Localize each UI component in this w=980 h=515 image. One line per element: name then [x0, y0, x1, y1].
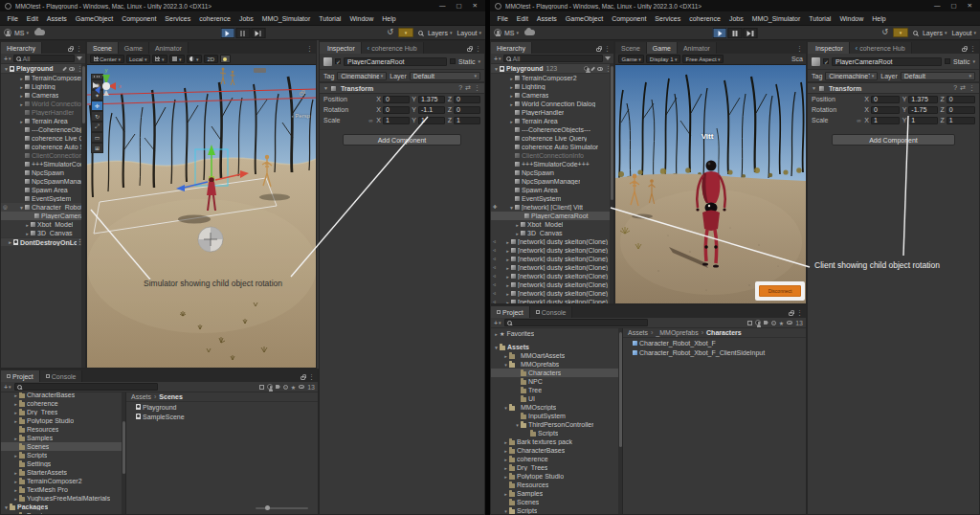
label-icon[interactable]: [276, 385, 280, 389]
menu-item[interactable]: Jobs: [724, 15, 747, 22]
expand-arrow-icon[interactable]: ▸: [12, 401, 19, 407]
expand-arrow-icon[interactable]: ▸: [24, 231, 31, 236]
panel-menu-icon[interactable]: ⋮: [308, 373, 315, 381]
hierarchy-row[interactable]: PlayerHandler: [491, 108, 613, 117]
hierarchy-row[interactable]: EventSystem: [1, 194, 85, 203]
maximize-button[interactable]: ▢: [950, 2, 956, 10]
folder-row[interactable]: ▸ _MMOartAssets: [491, 351, 622, 360]
create-asset-button[interactable]: +▾: [494, 320, 501, 326]
menu-item[interactable]: Help: [378, 15, 400, 22]
hierarchy-row[interactable]: coherence Live Query: [1, 134, 85, 143]
static-checkbox[interactable]: [450, 58, 456, 64]
account-dropdown[interactable]: MS▾: [14, 30, 29, 36]
menu-item[interactable]: Tutorial: [805, 15, 835, 22]
expand-arrow-icon[interactable]: ▼: [18, 205, 25, 211]
edit-icon[interactable]: [590, 66, 595, 71]
hierarchy-row[interactable]: NpcSpawnManager: [1, 177, 85, 186]
hierarchy-row[interactable]: ▸ Cameras: [491, 91, 613, 100]
expand-arrow-icon[interactable]: ▸: [508, 84, 515, 90]
undo-history-icon[interactable]: ↺: [881, 29, 888, 36]
expand-arrow-icon[interactable]: ▸: [12, 470, 19, 476]
expand-arrow-icon[interactable]: ▸: [508, 101, 515, 107]
expand-arrow-icon[interactable]: ▸: [502, 491, 509, 497]
hierarchy-row[interactable]: ClientConnectionInfo: [491, 151, 613, 160]
hierarchy-row[interactable]: NpcSpawnManager: [491, 177, 613, 186]
presets-icon[interactable]: ⇄: [465, 84, 471, 92]
lighting-toggle-button[interactable]: [220, 55, 231, 63]
asset-item[interactable]: Character_Robot_Xbot_F: [623, 338, 806, 347]
hierarchy-row[interactable]: coherence Live Query: [491, 134, 613, 143]
transform-tool-button[interactable]: ⊞: [91, 143, 103, 153]
folder-row[interactable]: ▸ StarterAssets: [1, 468, 125, 477]
component-menu-icon[interactable]: ⋮: [474, 84, 480, 92]
panel-menu-icon[interactable]: ⋮: [604, 45, 611, 53]
add-component-button[interactable]: Add Component: [832, 134, 955, 146]
scrollbar[interactable]: [81, 64, 85, 368]
expand-arrow-icon[interactable]: ▸: [7, 239, 13, 245]
expand-arrow-icon[interactable]: ▾: [3, 504, 10, 510]
hierarchy-row[interactable]: ▸ Terrain Area: [491, 117, 613, 125]
search-icon[interactable]: [418, 31, 423, 35]
expand-arrow-icon[interactable]: ▸: [12, 496, 19, 502]
play-button[interactable]: [713, 28, 727, 38]
hierarchy-row[interactable]: ▸ Lighting: [491, 82, 613, 91]
menu-item[interactable]: Services: [651, 15, 685, 22]
menu-item[interactable]: Edit: [22, 15, 42, 22]
hierarchy-row[interactable]: +++SimulatorCode+++: [1, 160, 85, 168]
close-button[interactable]: ✕: [473, 2, 478, 10]
expand-arrow-icon[interactable]: ▸: [18, 76, 25, 81]
position-x-field[interactable]: 0: [383, 96, 410, 103]
object-name-field[interactable]: PlayerCameraRoot: [344, 57, 447, 66]
scale-y-field[interactable]: 1: [418, 117, 445, 124]
hierarchy-row[interactable]: ▸ Cameras: [1, 91, 85, 100]
visibility-icon[interactable]: [597, 67, 603, 71]
scene-viewport[interactable]: ◉ ✦ ✛ ↻ ⤢ ▭ ⊞ y x: [87, 65, 316, 368]
folder-row[interactable]: ▾ Scripts: [491, 506, 622, 514]
menu-item[interactable]: Tutorial: [315, 15, 345, 22]
scrollbar[interactable]: [610, 64, 613, 303]
menu-item[interactable]: File: [3, 15, 22, 22]
version-control-icon[interactable]: ▾: [398, 28, 413, 37]
inspector-tab[interactable]: ‹coherence Hub: [850, 42, 912, 54]
panel-menu-icon[interactable]: ⋮: [76, 45, 82, 53]
create-asset-button[interactable]: +▾: [4, 384, 11, 391]
expand-arrow-icon[interactable]: ▸: [504, 265, 511, 271]
hierarchy-row[interactable]: ▸ Lighting: [1, 82, 85, 91]
expand-arrow-icon[interactable]: ▸: [12, 392, 19, 398]
search-by-type-icon[interactable]: [747, 321, 752, 325]
expand-arrow-icon[interactable]: ▸: [12, 436, 19, 441]
breadcrumb-item[interactable]: Assets: [131, 393, 151, 400]
hierarchy-row[interactable]: coherence Auto Simulator: [1, 143, 85, 151]
expand-arrow-icon[interactable]: ▸: [18, 84, 25, 90]
hierarchy-row[interactable]: ▸ 3D_Canvas: [491, 229, 613, 237]
folder-row[interactable]: Scenes: [491, 498, 622, 506]
folder-row[interactable]: Settings: [1, 459, 125, 468]
project-tab[interactable]: Console: [40, 370, 83, 382]
folder-row[interactable]: ▸ YughuesFreeMetalMaterials: [1, 494, 125, 503]
menu-item[interactable]: Component: [118, 15, 161, 22]
hierarchy-row[interactable]: ---CoherenceObjects---: [1, 125, 85, 134]
expand-arrow-icon[interactable]: ▸: [508, 93, 515, 99]
view-tab[interactable]: Animator: [149, 42, 189, 54]
folder-row[interactable]: ▸ Polytope Studio: [491, 472, 622, 481]
scale-y-field[interactable]: 1: [908, 117, 937, 124]
layer-dropdown[interactable]: Default▾: [901, 72, 975, 80]
hierarchy-row[interactable]: coherence Auto Simulator: [491, 143, 613, 151]
hierarchy-row[interactable]: ◎ ▼ Character_Robot_Xbot_F: [1, 203, 85, 212]
hierarchy-row[interactable]: PlayerCameraRoot: [1, 212, 85, 220]
position-y-field[interactable]: 1.375: [908, 96, 937, 103]
snap-icon[interactable]: ▾: [169, 55, 185, 63]
folder-row[interactable]: NPC: [491, 377, 622, 386]
breadcrumb-item[interactable]: Scenes: [151, 393, 183, 400]
static-dropdown-icon[interactable]: ▾: [972, 58, 975, 64]
expand-arrow-icon[interactable]: ▾: [502, 405, 509, 411]
account-dropdown[interactable]: MS▾: [504, 30, 519, 36]
hidden-count-icon[interactable]: [787, 321, 792, 325]
active-checkbox[interactable]: [823, 58, 829, 64]
expand-arrow-icon[interactable]: ▸: [12, 479, 19, 484]
expand-arrow-icon[interactable]: ▸: [504, 282, 511, 288]
search-by-type-icon[interactable]: [259, 385, 264, 390]
toggle-2d-button[interactable]: 2D: [204, 55, 218, 63]
folder-row[interactable]: ▸ CharacterBases: [1, 392, 125, 399]
hierarchy-row[interactable]: PlayerCameraRoot: [491, 212, 613, 220]
